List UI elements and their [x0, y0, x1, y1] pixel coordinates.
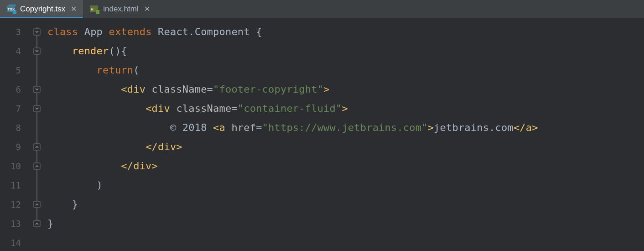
tab-index-html[interactable]: H index.html ✕: [83, 0, 156, 18]
classname-app: App: [84, 26, 103, 37]
brace: {: [121, 45, 127, 57]
svg-rect-1: [9, 5, 16, 5]
tag-div: div: [127, 84, 145, 95]
html-file-icon: H: [89, 4, 99, 14]
brace: {: [256, 26, 262, 37]
line-number: 9: [0, 137, 29, 157]
fold-toggle[interactable]: [29, 195, 45, 214]
svg-text:TSX: TSX: [8, 7, 15, 11]
tag-close: >: [428, 122, 434, 133]
tag-div: div: [158, 141, 176, 152]
fold-toggle[interactable]: [29, 99, 45, 118]
tag-div: div: [133, 160, 151, 172]
tag-close: >: [152, 160, 158, 172]
svg-rect-5: [96, 10, 99, 14]
fold-toggle[interactable]: [29, 214, 45, 233]
fold-toggle[interactable]: [29, 157, 45, 176]
keyword-return: return: [97, 64, 134, 76]
brace: }: [72, 199, 78, 210]
string-container: "container-fluid": [238, 103, 342, 114]
line-number: 8: [0, 118, 29, 137]
string-url: "https://www.jetbrains.com": [262, 122, 428, 133]
line-number: 11: [0, 176, 29, 195]
line-number: 10: [0, 157, 29, 176]
text-copyright: © 2018: [170, 122, 213, 133]
keyword-class: class: [47, 26, 78, 37]
line-number: 3: [0, 22, 29, 42]
react-component: React.Component: [158, 26, 250, 37]
fold-toggle[interactable]: [29, 42, 45, 61]
tag-close-open: </: [145, 141, 158, 152]
tag-close: >: [323, 84, 329, 95]
text-jetbrains: jetbrains.com: [434, 122, 514, 133]
close-icon[interactable]: ✕: [71, 5, 77, 13]
paren: (: [133, 64, 139, 76]
brace: }: [47, 218, 53, 229]
line-number: 13: [0, 214, 29, 233]
tag-close: >: [342, 103, 348, 114]
tag-a: a: [526, 122, 532, 133]
editor-tabs: TSX Copyright.tsx ✕ H index.html ✕: [0, 0, 644, 18]
keyword-extends: extends: [109, 26, 151, 37]
tag-open: <: [213, 122, 219, 133]
line-number: 12: [0, 195, 29, 214]
tab-label: Copyright.tsx: [20, 5, 65, 14]
line-number: 5: [0, 61, 29, 80]
line-number-gutter: 3 4 5 6 7 8 9 10 11 12 13 14: [0, 18, 29, 251]
fold-toggle[interactable]: [29, 80, 45, 99]
close-icon[interactable]: ✕: [144, 5, 150, 13]
tag-a: a: [219, 122, 225, 133]
tag-open: <: [145, 103, 151, 114]
tab-label: index.html: [103, 5, 138, 14]
tag-open: <: [121, 84, 127, 95]
code-area[interactable]: class App extends React.Component { rend…: [45, 18, 644, 251]
tag-close-open: </: [514, 122, 526, 133]
paren: ): [97, 179, 103, 191]
tsx-file-icon: TSX: [6, 4, 16, 14]
line-number: 7: [0, 99, 29, 118]
equals: =: [207, 84, 213, 95]
attr-classname: className: [152, 84, 207, 95]
svg-text:H: H: [91, 7, 93, 11]
line-number: 14: [0, 233, 29, 251]
line-number: 6: [0, 80, 29, 99]
attr-classname: className: [176, 103, 231, 114]
method-render: render: [72, 45, 109, 57]
string-footer: "footer-copyright": [213, 84, 323, 95]
tag-div: div: [152, 103, 170, 114]
tag-close: >: [532, 122, 538, 133]
attr-href: href: [231, 122, 256, 133]
fold-toggle[interactable]: [29, 137, 45, 157]
tag-close-open: </: [121, 160, 133, 172]
equals: =: [256, 122, 262, 133]
parens: (): [109, 45, 121, 57]
code-editor[interactable]: 3 4 5 6 7 8 9 10 11 12 13 14: [0, 18, 644, 251]
equals: =: [231, 103, 237, 114]
tag-close: >: [176, 141, 182, 152]
fold-toggle[interactable]: [29, 22, 45, 42]
fold-column: [29, 18, 45, 251]
tab-copyright-tsx[interactable]: TSX Copyright.tsx ✕: [0, 0, 83, 18]
line-number: 4: [0, 42, 29, 61]
